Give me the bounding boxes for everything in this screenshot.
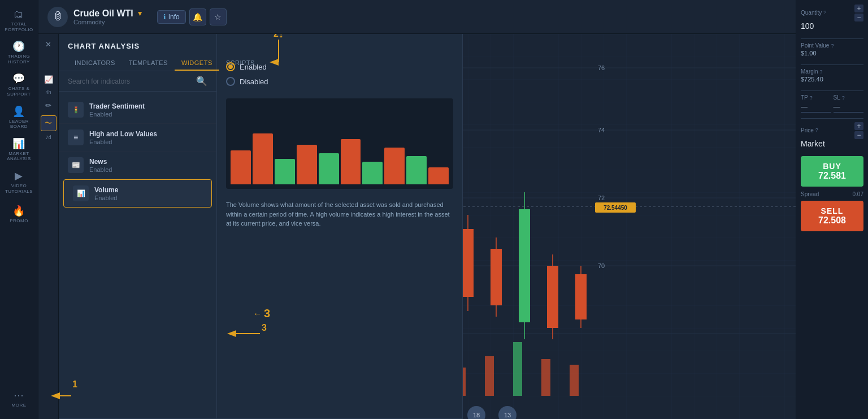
sl-value: — [834, 102, 864, 113]
radio-enabled-label: Enabled [240, 63, 267, 71]
widget-status-trader-sentiment: Enabled [89, 111, 207, 118]
price-plus[interactable]: + [854, 122, 863, 130]
quantity-minus[interactable]: − [854, 14, 863, 21]
buy-button[interactable]: BUY 72.581 [801, 156, 863, 187]
radio-enabled[interactable]: Enabled [226, 62, 453, 71]
info-label: Info [168, 13, 180, 21]
vol-bar-10 [428, 167, 449, 184]
radio-disabled[interactable]: Disabled [226, 77, 453, 86]
header-left: 🛢 Crude Oil WTI ▼ Commodity [47, 7, 144, 27]
svg-text:74: 74 [598, 127, 605, 133]
svg-rect-20 [462, 229, 474, 297]
vol-bar-2 [253, 133, 273, 184]
widget-item-high-low[interactable]: ≡ High and Low Values Enabled [59, 124, 216, 152]
widget-list-pane: CHART ANALYSIS INDICATORS TEMPLATES WIDG… [59, 34, 217, 418]
star-button[interactable]: ☆ [210, 8, 227, 25]
sell-price-main: 72.5 [818, 215, 836, 225]
spread-row: Spread 0.07 [801, 191, 863, 197]
vol-bar-7 [362, 162, 383, 184]
spread-value: 0.07 [853, 191, 863, 197]
sidebar-item-video-tutorials[interactable]: ▶ VIDEO TUTORIALS [0, 166, 38, 198]
left-sidebar: 🗂 TOTAL PORTFOLIO 🕐 TRADING HISTORY 💬 CH… [0, 0, 38, 419]
star-icon: ☆ [214, 12, 222, 21]
price-minus[interactable]: − [854, 131, 863, 139]
sidebar-label-leaderboard: LEADER BOARD [9, 119, 29, 129]
widget-status-news: Enabled [89, 166, 207, 173]
header: 🛢 Crude Oil WTI ▼ Commodity ℹ Info 🔔 ☆ [38, 0, 796, 34]
tab-indicators[interactable]: INDICATORS [68, 56, 122, 71]
spread-label: Spread [801, 191, 819, 197]
sl-help-icon[interactable]: ? [842, 95, 845, 101]
sidebar-item-total-portfolio[interactable]: 🗂 TOTAL PORTFOLIO [0, 5, 38, 37]
quantity-row: Quantity ? + − [801, 5, 863, 21]
vol-bar-5 [319, 153, 339, 184]
tab-templates[interactable]: TEMPLATES [122, 56, 175, 71]
info-button[interactable]: ℹ Info [157, 10, 186, 24]
margin-label: Margin ? [801, 68, 863, 75]
volume-bars [226, 98, 453, 189]
svg-rect-28 [575, 274, 587, 319]
widget-info-volume: Volume Enabled [94, 186, 202, 201]
sidebar-item-trading-history[interactable]: 🕐 TRADING HISTORY [0, 37, 38, 69]
search-input[interactable] [68, 77, 193, 85]
close-tool[interactable]: ✕ [41, 36, 57, 52]
widget-item-volume[interactable]: 📊 Volume Enabled [63, 179, 212, 208]
buy-price: 72.581 [801, 171, 863, 181]
svg-text:70: 70 [598, 262, 605, 269]
asset-dropdown-arrow[interactable]: ▼ [137, 10, 144, 18]
widget-info-high-low: High and Low Values Enabled [89, 130, 207, 145]
price-field: Price ? + − Market [801, 122, 863, 148]
tp-label: TP ? [801, 94, 831, 101]
sidebar-item-leaderboard[interactable]: 👤 LEADER BOARD [0, 102, 38, 134]
sl-label: SL ? [834, 94, 864, 101]
history-icon: 🕐 [12, 41, 25, 51]
price-help-icon[interactable]: ? [815, 127, 818, 133]
divider-2 [801, 64, 863, 65]
quantity-help-icon[interactable]: ? [823, 10, 826, 15]
detail-pane: Enabled Disabled [217, 34, 462, 418]
sidebar-item-chats-support[interactable]: 💬 CHATS & SUPPORT [0, 69, 38, 101]
bell-icon: 🔔 [193, 12, 202, 21]
tp-field: TP ? — [801, 94, 831, 113]
widget-status-high-low: Enabled [89, 139, 207, 145]
tab-widgets[interactable]: WIDGETS [175, 56, 219, 71]
widget-name-trader-sentiment: Trader Sentiment [89, 102, 207, 110]
widgets-tool[interactable]: 〜 [41, 115, 57, 131]
svg-rect-26 [547, 266, 558, 328]
sidebar-label-promo: PROMO [10, 218, 28, 223]
sidebar-item-more[interactable]: ⋯ MORE [0, 383, 38, 414]
bell-button[interactable]: 🔔 [189, 8, 206, 25]
sidebar-item-promo[interactable]: 🔥 PROMO [0, 198, 38, 230]
widget-item-trader-sentiment[interactable]: 🚦 Trader Sentiment Enabled [59, 96, 216, 124]
sidebar-label-market: MARKET ANALYSIS [7, 151, 31, 162]
widget-name-volume: Volume [94, 186, 202, 194]
tp-help-icon[interactable]: ? [810, 95, 813, 101]
widget-item-news[interactable]: 📰 News Enabled [59, 152, 216, 179]
promo-icon: 🔥 [12, 206, 25, 216]
sell-price: 72.508 [801, 215, 863, 226]
market-icon: 📊 [12, 139, 25, 149]
quantity-label: Quantity ? [801, 10, 826, 16]
asset-icon: 🛢 [47, 7, 68, 27]
tp-sl-row: TP ? — SL ? — [801, 94, 863, 113]
panel-title: CHART ANALYSIS [68, 42, 207, 50]
news-icon: 📰 [68, 157, 84, 173]
chart-area: 76 74 72 70 8 Jan 10 Jan 10 18 13 74.278… [38, 34, 796, 419]
svg-rect-38 [541, 359, 550, 396]
sell-button[interactable]: SELL 72.508 [801, 201, 863, 231]
pencil-tool[interactable]: ✏ [41, 97, 57, 113]
point-value-field: Point Value ? $1.00 [801, 42, 863, 57]
sidebar-label-history: TRADING HISTORY [8, 54, 31, 64]
margin-help-icon[interactable]: ? [820, 69, 823, 75]
tp-value: — [801, 102, 831, 113]
timeframe-7d[interactable]: 7d [45, 133, 51, 141]
radio-disabled-label: Disabled [240, 77, 268, 86]
volume-preview-chart [226, 98, 453, 189]
sidebar-item-market-analysis[interactable]: 📊 MARKET ANALYSIS [0, 134, 38, 166]
quantity-plus[interactable]: + [854, 5, 863, 12]
point-value-help-icon[interactable]: ? [831, 43, 834, 49]
panel-tabs: INDICATORS TEMPLATES WIDGETS SCRIPTS [68, 56, 207, 71]
timeframe-4h[interactable]: 4h [45, 88, 51, 96]
indicator-tool[interactable]: 📈 [41, 71, 57, 87]
volume-description: The Volume shows what amount of the sele… [217, 193, 462, 235]
